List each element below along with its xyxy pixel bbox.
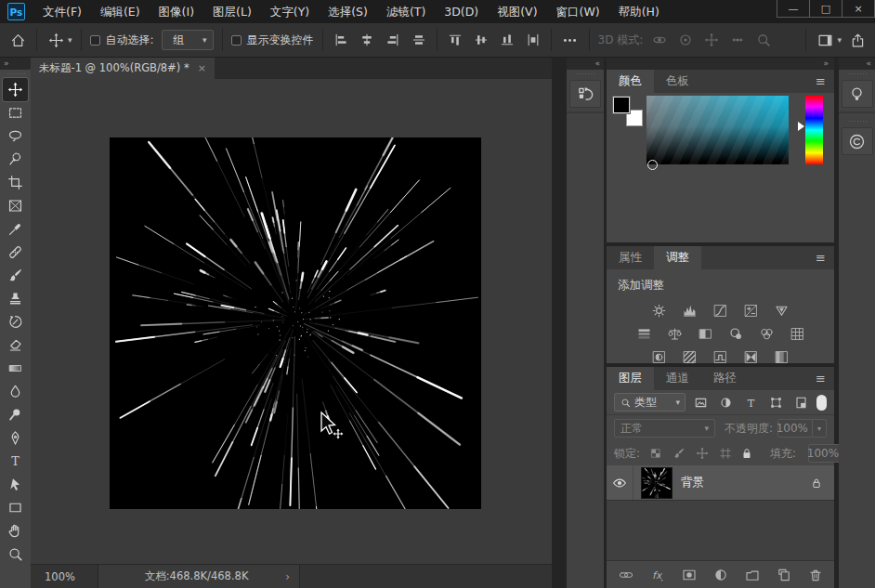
filter-adjust-icon[interactable] [717, 394, 735, 411]
menu-item[interactable]: 窗口(W) [547, 0, 609, 23]
toolbar-expand-handle[interactable]: » [0, 58, 31, 70]
path-select-tool[interactable] [3, 473, 28, 496]
blur-tool[interactable] [3, 380, 28, 403]
blend-mode-dropdown[interactable]: 正常 ▾ [614, 419, 715, 438]
dock-grip[interactable] [576, 72, 594, 76]
hue-strip[interactable] [805, 96, 823, 164]
lock-paint-icon[interactable] [671, 446, 686, 462]
dock-collapse-handle[interactable]: « [839, 58, 875, 70]
layer-visibility-toggle[interactable] [607, 465, 633, 500]
foreground-background-swatches[interactable] [613, 97, 645, 128]
menu-item[interactable]: 帮助(H) [609, 0, 669, 23]
lock-all-icon[interactable] [740, 446, 753, 462]
libraries-panel-button[interactable] [842, 127, 873, 155]
align-bottom-icon[interactable] [498, 31, 516, 49]
posterize-icon[interactable] [679, 347, 700, 366]
selective-color-icon[interactable] [771, 347, 792, 366]
layer-locked-icon[interactable] [809, 476, 824, 490]
group-new-icon[interactable] [743, 566, 762, 584]
align-center-h-icon[interactable] [358, 31, 376, 49]
chevron-down-icon[interactable]: ▾ [68, 35, 72, 45]
dist-center-h-icon[interactable] [410, 31, 428, 49]
history-brush-tool[interactable] [3, 310, 28, 333]
learn-panel-button[interactable] [842, 80, 873, 108]
gradient-tool[interactable] [3, 357, 28, 380]
color-lookup-icon[interactable] [787, 324, 808, 343]
lasso-tool[interactable] [3, 124, 28, 148]
tab-close-icon[interactable]: × [198, 62, 206, 74]
panel-menu-icon[interactable]: ≡ [807, 246, 834, 269]
layer-filter-type-dropdown[interactable]: 类型 ▾ [614, 393, 686, 412]
more-align-options-button[interactable] [560, 30, 581, 50]
tab-layers[interactable]: 图层 [607, 367, 654, 390]
delete-layer-icon[interactable] [806, 566, 825, 584]
layer-mask-icon[interactable] [680, 566, 699, 584]
align-middle-v-icon[interactable] [472, 31, 490, 49]
panel-menu-icon[interactable]: ≡ [807, 367, 834, 390]
layer-effects-icon[interactable]: fx [648, 566, 667, 584]
hue-slider-marker[interactable] [798, 122, 804, 131]
chevron-down-icon[interactable]: ▾ [813, 419, 827, 438]
workspace-button[interactable] [815, 30, 835, 50]
menu-item[interactable]: 文件(F) [33, 0, 91, 23]
dock-grip[interactable] [848, 72, 867, 76]
dodge-tool[interactable] [3, 403, 28, 426]
panel-collapse-handle[interactable]: » [607, 58, 834, 70]
tab-color[interactable]: 颜色 [607, 70, 654, 93]
tool-preset-icon[interactable] [46, 30, 66, 50]
saturation-brightness-field[interactable] [646, 96, 789, 164]
menu-item[interactable]: 视图(V) [488, 0, 546, 23]
align-left-icon[interactable] [332, 31, 350, 49]
opacity-control[interactable]: 100% ▾ [777, 419, 827, 438]
gradient-map-icon[interactable] [740, 347, 762, 366]
document-info[interactable]: 文档:468.8K/468.8K › [98, 565, 300, 588]
home-button[interactable] [7, 30, 28, 50]
dock-collapse-handle[interactable]: « [567, 58, 604, 70]
spot-healing-tool[interactable] [3, 241, 28, 264]
menu-item[interactable]: 编辑(E) [91, 0, 150, 23]
clone-stamp-tool[interactable] [3, 287, 28, 310]
history-panel-button[interactable] [569, 80, 601, 108]
lock-artboard-icon[interactable] [717, 446, 733, 462]
share-button[interactable] [847, 30, 868, 50]
layer-thumbnail[interactable] [642, 468, 672, 498]
chevron-down-icon[interactable]: ▾ [837, 35, 842, 45]
document-tab[interactable]: 未标题-1 @ 100%(RGB/8#) * × [31, 58, 215, 79]
toolbar-grip[interactable] [7, 72, 25, 76]
lock-move-icon[interactable] [694, 446, 710, 462]
layer-new-icon[interactable] [775, 566, 793, 584]
tab-channels[interactable]: 通道 [654, 367, 701, 390]
color-balance-icon[interactable] [664, 324, 686, 343]
menu-item[interactable]: 3D(D) [435, 0, 488, 23]
brush-tool[interactable] [3, 264, 28, 287]
tab-swatches[interactable]: 色板 [654, 70, 701, 93]
brightness-icon[interactable] [648, 301, 670, 320]
filter-toggle-pill[interactable] [816, 395, 827, 411]
rect-marquee-tool[interactable] [3, 101, 28, 124]
tab-adjustments[interactable]: 调整 [654, 246, 701, 269]
show-transform-checkbox[interactable] [231, 35, 242, 46]
menu-item[interactable]: 滤镜(T) [377, 0, 435, 23]
frame-tool[interactable] [3, 194, 28, 217]
pen-tool[interactable] [3, 426, 28, 450]
tab-paths[interactable]: 路径 [701, 367, 749, 390]
crop-tool[interactable] [3, 171, 28, 194]
zoom-tool[interactable] [3, 542, 28, 566]
status-chevron-icon[interactable]: › [285, 570, 290, 583]
type-tool[interactable]: T [3, 450, 28, 473]
align-top-icon[interactable] [446, 31, 464, 49]
menu-item[interactable]: 图像(I) [150, 0, 203, 23]
menu-item[interactable]: 文字(Y) [261, 0, 319, 23]
levels-icon[interactable] [679, 301, 700, 320]
align-right-icon[interactable] [384, 31, 402, 49]
dock-grip[interactable] [848, 120, 867, 124]
close-button[interactable]: × [842, 0, 875, 18]
hue-sat-icon[interactable] [633, 324, 655, 343]
opacity-value[interactable]: 100% [777, 419, 813, 438]
minimize-button[interactable]: — [777, 0, 810, 18]
lock-transparent-icon[interactable] [647, 446, 663, 462]
filter-image-icon[interactable] [692, 394, 710, 411]
threshold-icon[interactable] [710, 347, 731, 366]
move-tool[interactable] [3, 78, 28, 101]
maximize-button[interactable]: □ [809, 0, 842, 18]
